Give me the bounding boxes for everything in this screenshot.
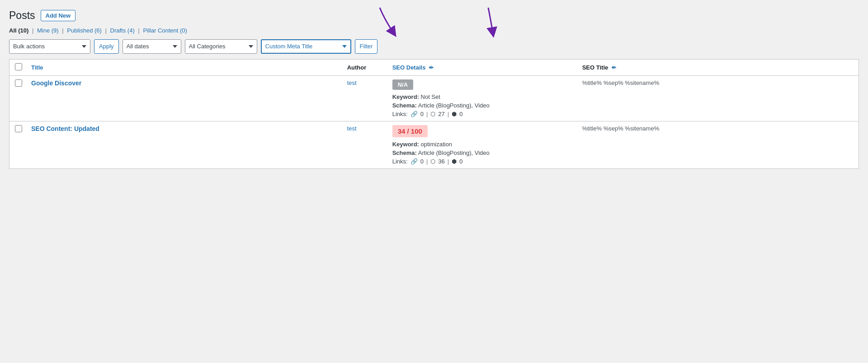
link-icon-internal: 🔗 [410,111,418,117]
keyword-row-1: Keyword: Not Set [392,93,571,100]
seo-score-badge-2: 34 / 100 [392,125,428,137]
author-cell-1: test [342,75,387,121]
row-checkbox-1[interactable] [15,79,22,87]
row-checkbox-cell [9,121,26,168]
bulk-actions-select[interactable]: Bulk actions [9,39,90,54]
dates-select[interactable]: All dates [123,39,181,54]
seo-title-value-2: %title% %sep% %sitename% [582,125,660,132]
seo-details-sort-link[interactable]: SEO Details [392,64,426,71]
seo-title-value-1: %title% %sep% %sitename% [582,79,660,86]
links-row-2: Links: 🔗 0 | ⬡ 36 | ⬢ 0 [392,158,571,165]
categories-select[interactable]: All Categories [185,39,257,54]
seo-score-badge-1: N/A [392,79,413,90]
th-seo-title: SEO Title ✏ [577,59,859,75]
schema-row-1: Schema: Article (BlogPosting), Video [392,102,571,109]
th-title: Title [26,59,342,75]
author-link-2[interactable]: test [347,125,357,132]
toolbar: Bulk actions Apply All dates All Categor… [9,39,859,54]
seo-title-cell-2: %title% %sep% %sitename% [577,121,859,168]
seo-details-edit-icon[interactable]: ✏ [429,65,434,71]
link-icon-external: ⬡ [430,158,435,165]
seo-title-cell-1: %title% %sep% %sitename% [577,75,859,121]
title-cell-2: SEO Content: Updated [26,121,342,168]
link-icon-nofollow: ⬢ [452,158,457,165]
seo-details-cell-2: 34 / 100 Keyword: optimization Schema: A… [387,121,577,168]
link-icon-internal: 🔗 [410,158,418,165]
nav-published[interactable]: Published (6) [67,27,102,34]
title-cell-1: Google Discover [26,75,342,121]
row-checkbox-2[interactable] [15,125,22,132]
th-checkbox [9,59,26,75]
posts-table: Title Author SEO Details ✏ SEO Title ✏ [9,59,859,169]
select-all-checkbox[interactable] [15,63,22,70]
author-cell-2: test [342,121,387,168]
post-status-nav: All (10) | Mine (9) | Published (6) | Dr… [9,27,859,34]
nav-pillar-content[interactable]: Pillar Content (0) [143,27,187,34]
title-sort-link[interactable]: Title [31,64,43,71]
add-new-button[interactable]: Add New [41,10,76,21]
seo-details-cell-1: N/A Keyword: Not Set Schema: Article (Bl… [387,75,577,121]
nav-drafts[interactable]: Drafts (4) [110,27,135,34]
keyword-row-2: Keyword: optimization [392,141,571,148]
post-title-link-2[interactable]: SEO Content: Updated [31,125,99,132]
nav-mine[interactable]: Mine (9) [37,27,59,34]
custom-meta-title-select[interactable]: Custom Meta Title [261,39,351,54]
link-icon-external: ⬡ [430,111,435,117]
post-title-link-1[interactable]: Google Discover [31,79,81,87]
schema-row-2: Schema: Article (BlogPosting), Video [392,149,571,156]
link-icon-nofollow: ⬢ [452,111,457,117]
th-author: Author [342,59,387,75]
page-title: Posts [9,9,35,23]
nav-all[interactable]: All (10) [9,27,28,34]
row-checkbox-cell [9,75,26,121]
author-link-1[interactable]: test [347,79,357,86]
table-row: Google Discover test N/A Keyword: Not Se… [9,75,859,121]
th-seo-details: SEO Details ✏ [387,59,577,75]
apply-button[interactable]: Apply [94,39,119,54]
table-row: SEO Content: Updated test 34 / 100 Keywo… [9,121,859,168]
filter-button[interactable]: Filter [355,39,378,54]
seo-title-edit-icon[interactable]: ✏ [612,65,616,71]
links-row-1: Links: 🔗 0 | ⬡ 27 | ⬢ 0 [392,111,571,117]
